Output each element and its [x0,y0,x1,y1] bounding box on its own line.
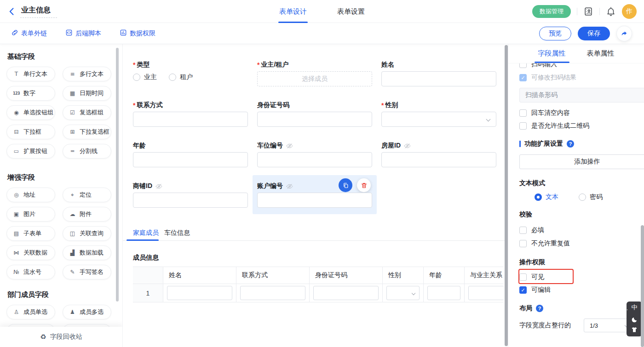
canvas-field-age[interactable]: 年龄 [133,142,248,167]
notification-bell-button[interactable] [606,6,616,17]
field-type-radio-group[interactable]: ◉单选按钮组 [6,105,55,120]
field-recycle-bin[interactable]: ♻ 字段回收站 [0,327,122,347]
user-avatar[interactable]: 作 [622,4,637,19]
required-row[interactable]: 必填 [519,225,633,235]
dark-mode-toggle[interactable] [631,316,638,323]
checkbox[interactable] [519,273,527,281]
contact-book-button[interactable] [583,6,593,17]
field-type-datetime[interactable]: ▦日期时间 [63,86,111,101]
checkbox-checked[interactable] [519,286,527,294]
field-type-divider[interactable]: ═分割线 [63,144,111,159]
help-icon[interactable]: ? [567,140,574,148]
parking-no-input[interactable] [257,152,372,167]
tab-form-properties[interactable]: 表单属性 [587,44,615,63]
field-width-select[interactable]: 1/3 [584,319,633,332]
form-canvas[interactable]: 家庭成员 车位信息 成员信息 姓名联系方式身份证号码性别年龄与业主关系1 *类型… [122,44,508,347]
editable-row[interactable]: 可编辑 [519,285,633,295]
field-type-subform[interactable]: ▤子表单 [6,226,55,241]
subform-cell-input[interactable] [167,286,232,300]
help-icon[interactable]: ? [536,305,543,312]
back-button[interactable] [7,7,17,16]
canvas-field-house-id[interactable]: 房屋ID [381,142,496,167]
field-type-serial-number[interactable]: №流水号 [6,265,55,279]
no-duplicate-row[interactable]: 不允许重复值 [519,239,633,249]
field-type-lookup[interactable]: ◫关联查询 [63,226,111,241]
house-id-input[interactable] [381,152,496,167]
modify-scan-row[interactable]: 可修改扫码结果 [519,73,633,83]
checkbox[interactable] [519,227,527,234]
field-type-signature[interactable]: ✎手写签名 [63,265,111,279]
field-type-image[interactable]: ▣图片 [6,207,55,222]
field-type-location[interactable]: ⌖定位 [63,188,111,202]
preview-button[interactable]: 预览 [539,27,571,40]
data-manage-button[interactable]: 数据管理 [532,5,571,18]
sidebar-scrollbar[interactable] [116,48,119,301]
tab-field-properties[interactable]: 字段属性 [538,44,566,63]
field-type-checkbox-group[interactable]: ☑复选框组 [63,105,111,120]
field-type-member-single[interactable]: ♙成员单选 [6,305,55,319]
field-type-select[interactable]: ⊟下拉框 [6,125,55,139]
checkbox[interactable] [519,122,527,130]
toolbar-link-script[interactable]: 后端脚本 [65,29,101,38]
field-type-multi-line-text[interactable]: ≡多行文本 [63,67,111,81]
toolbar-link-permission[interactable]: 数据权限 [120,29,155,38]
visible-row[interactable]: 可见 [519,272,633,282]
canvas-field-shop-id[interactable]: 商铺ID [133,182,248,208]
canvas-field-id-number[interactable]: 身份证号码 [257,101,372,127]
canvas-field-name[interactable]: 姓名 [381,61,496,86]
subform-cell-input[interactable] [468,286,504,300]
shop-id-input[interactable] [133,193,248,208]
canvas-field-gender[interactable]: *性别 [381,101,496,127]
theme-skin-button[interactable] [631,326,638,333]
canvas-field-type[interactable]: *类型业主租户 [133,61,248,81]
checkbox[interactable] [519,109,527,117]
field-type-extend-button[interactable]: ▭扩展按钮 [6,144,55,159]
share-button[interactable] [616,26,632,41]
toolbar-link-link[interactable]: 表单外链 [11,29,47,38]
radio-text-mode[interactable]: 文本 [535,193,558,201]
contact-input[interactable] [133,112,248,127]
gender-select[interactable] [381,112,496,127]
radio-option-1[interactable]: 租户 [169,73,193,81]
enter-clear-row[interactable]: 回车清空内容 [519,108,633,118]
radio-password-mode[interactable]: 密码 [579,193,603,201]
canvas-field-parking-no[interactable]: 车位编号 [257,142,372,167]
checkbox-checked-disabled[interactable] [519,74,527,81]
checkbox[interactable] [519,63,527,68]
canvas-field-contact[interactable]: *联系方式 [133,101,248,127]
field-type-data-load[interactable]: ▟数据加载 [63,245,111,260]
owner-tenant-member-picker[interactable]: 选择成员 [257,71,372,86]
checkbox[interactable] [519,240,527,247]
page-title[interactable]: 业主信息 [20,5,57,18]
subform-cell-input[interactable] [240,286,305,300]
field-type-multi-select[interactable]: ⊞下拉复选框 [63,125,111,139]
allow-qr-row[interactable]: 是否允许生成二维码 [519,121,633,131]
age-input[interactable] [133,152,248,167]
subform-cell-input[interactable] [313,286,379,300]
add-action-button[interactable]: 添加操作 [519,154,644,169]
subform-cell-input[interactable] [427,286,460,300]
name-input[interactable] [381,71,496,86]
tab-form-settings[interactable]: 表单设置 [337,0,365,23]
id-number-input[interactable] [257,112,372,127]
field-type-member-multi[interactable]: ♟成员多选 [63,305,111,319]
account-no-input[interactable] [257,193,372,208]
field-type-single-line-text[interactable]: T单行文本 [6,67,55,81]
canvas-scrollbar[interactable] [505,45,508,346]
subtab-parking-info[interactable]: 车位信息 [164,229,190,237]
scan-mode-select[interactable]: 扫描条形码 [519,88,644,102]
save-button[interactable]: 保存 [578,27,610,40]
language-toggle[interactable]: 中 [632,304,638,313]
tab-form-design[interactable]: 表单设计 [279,0,307,23]
subform-gender-select[interactable] [386,286,420,300]
field-type-number[interactable]: 123数字 [6,86,55,101]
field-type-attachment[interactable]: ☁附件 [63,207,111,222]
panel-scrollbar[interactable] [641,225,644,347]
subtab-family-members[interactable]: 家庭成员 [133,229,159,237]
radio-option-0[interactable]: 业主 [133,73,157,81]
field-type-linked-data[interactable]: ⋈关联数据 [6,245,55,260]
canvas-field-owner-tenant[interactable]: *业主/租户选择成员 [257,61,372,86]
field-type-address[interactable]: ◎地址 [6,188,55,202]
canvas-field-account-no[interactable]: 账户编号 [257,182,372,208]
scan-input-row[interactable]: 扫码输入 [519,63,633,69]
